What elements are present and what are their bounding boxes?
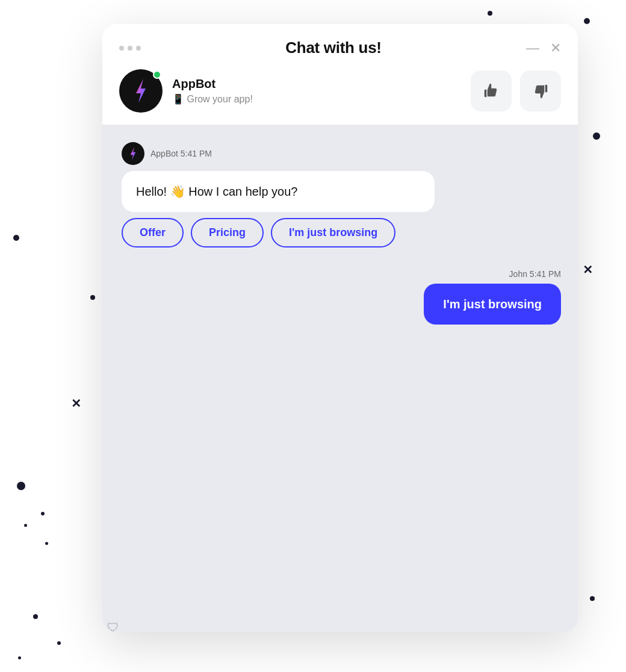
user-message-group: John 5:41 PM I'm just browsing (119, 269, 561, 325)
minimize-button[interactable]: — (526, 42, 539, 55)
menu-dot (128, 46, 132, 51)
online-indicator (153, 70, 161, 79)
close-button[interactable]: ✕ (550, 42, 561, 55)
header-top-row: Chat with us! — ✕ (119, 39, 561, 57)
agent-row: AppBot 📱 Grow your app! (119, 69, 561, 113)
deco-dot (57, 641, 61, 645)
bot-avatar-small (122, 142, 144, 165)
chat-widget: Chat with us! — ✕ (102, 24, 578, 632)
svg-marker-0 (136, 79, 146, 103)
chat-body: AppBot 5:41 PM Hello! 👋 How I can help y… (102, 125, 578, 632)
deco-dot (45, 542, 48, 545)
deco-cross: ✕ (71, 397, 81, 409)
svg-marker-1 (131, 147, 136, 160)
chat-title: Chat with us! (285, 39, 381, 57)
agent-info: AppBot 📱 Grow your app! (119, 69, 253, 113)
deco-dot (24, 524, 27, 527)
thumbs-down-button[interactable] (520, 70, 561, 111)
thumbs-up-button[interactable] (471, 70, 512, 111)
deco-dot (584, 18, 590, 24)
agent-subtitle: 📱 Grow your app! (172, 93, 253, 105)
dots-menu (119, 46, 141, 51)
bot-meta: AppBot 5:41 PM (122, 142, 561, 165)
lightning-icon (126, 76, 155, 105)
bot-sender-info: AppBot 5:41 PM (150, 149, 212, 158)
quick-reply-pricing[interactable]: Pricing (191, 218, 264, 247)
deco-dot (13, 235, 19, 241)
avatar-wrapper (119, 69, 163, 113)
bot-message-group: AppBot 5:41 PM Hello! 👋 How I can help y… (119, 142, 561, 247)
thumbs-up-icon (482, 81, 501, 101)
agent-name: AppBot (172, 77, 253, 91)
bot-bubble: Hello! 👋 How I can help you? (122, 171, 435, 212)
user-meta: John 5:41 PM (509, 269, 561, 279)
thumbs-down-icon (531, 81, 550, 101)
deco-cross: ✕ (583, 264, 593, 276)
shield-icon: 🛡 (107, 621, 119, 635)
deco-dot (593, 132, 600, 140)
menu-dot (136, 46, 141, 51)
deco-dot (590, 596, 595, 601)
bot-lightning-icon (125, 146, 141, 161)
deco-dot (17, 482, 25, 490)
deco-dot (488, 11, 492, 16)
deco-dot (41, 512, 45, 515)
menu-dot (119, 46, 124, 51)
deco-dot (90, 295, 95, 300)
quick-replies: Offer Pricing I'm just browsing (122, 218, 561, 247)
chat-header: Chat with us! — ✕ (102, 24, 578, 125)
rating-buttons (471, 70, 561, 111)
header-controls: — ✕ (526, 42, 561, 55)
deco-dot (33, 614, 38, 619)
quick-reply-browsing[interactable]: I'm just browsing (271, 218, 395, 247)
quick-reply-offer[interactable]: Offer (122, 218, 184, 247)
agent-text: AppBot 📱 Grow your app! (172, 77, 253, 105)
user-bubble: I'm just browsing (424, 284, 561, 325)
deco-dot (18, 656, 21, 659)
